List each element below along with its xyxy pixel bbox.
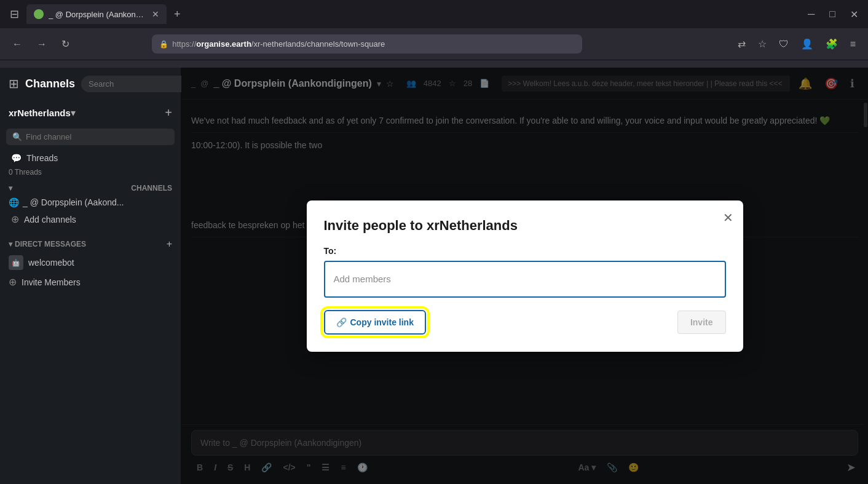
workspace-header[interactable]: xrNetherlands ▾ + bbox=[0, 100, 181, 126]
browser-active-tab[interactable]: _ @ Dorpsplein (Aankondigingen) ✕ bbox=[26, 4, 167, 24]
app-header-bar: ⊞ Channels ❓ @ 🔖 ⚙ N bbox=[0, 68, 181, 100]
maximize-button[interactable]: □ bbox=[824, 5, 840, 23]
channels-section-chevron: ▾ bbox=[9, 184, 12, 192]
add-channels-button[interactable]: ⊕ Add channels bbox=[2, 210, 178, 228]
bookmark-star-button[interactable]: ☆ bbox=[753, 34, 771, 54]
invite-button[interactable]: Invite bbox=[677, 311, 726, 334]
threads-count: 0 Threads bbox=[0, 167, 181, 179]
refresh-button[interactable]: ↻ bbox=[57, 34, 74, 54]
add-channels-label: Add channels bbox=[24, 215, 76, 224]
invite-members-label: Invite Members bbox=[22, 277, 81, 287]
sidebar: ⊞ Channels ❓ @ 🔖 ⚙ N xrNetherlands ▾ + 🔍… bbox=[0, 68, 181, 484]
tab-title: _ @ Dorpsplein (Aankondigingen) bbox=[49, 10, 147, 19]
new-dm-button[interactable]: + bbox=[167, 239, 172, 250]
modal-to-label: To: bbox=[324, 246, 726, 256]
browser-tabs: ⊟ _ @ Dorpsplein (Aankondigingen) ✕ + ─ … bbox=[0, 0, 868, 28]
sidebar-item-threads[interactable]: 💬 Threads bbox=[2, 150, 178, 166]
channel-item-name: _ @ Dorpsplein (Aakond... bbox=[23, 197, 124, 207]
invite-members-button[interactable]: ⊕ Invite Members bbox=[0, 273, 181, 291]
workspace-chevron: ▾ bbox=[71, 107, 76, 119]
welcomebot-avatar: 🤖 bbox=[9, 255, 23, 270]
grid-icon[interactable]: ⊞ bbox=[9, 76, 19, 91]
add-channels-icon: ⊕ bbox=[11, 213, 19, 225]
url-domain: organise.earth bbox=[196, 39, 251, 49]
main-content: _ @ _ @ Dorpsplein (Aankondigingen) ▾ ☆ … bbox=[181, 68, 868, 484]
dm-section-header[interactable]: ▾ DIRECT MESSAGES + bbox=[0, 234, 181, 252]
workspace-name: xrNetherlands bbox=[9, 108, 71, 118]
welcomebot-name: welcomebot bbox=[28, 258, 74, 268]
tab-favicon bbox=[34, 9, 44, 19]
address-bar[interactable]: 🔒 https://organise.earth/xr-netherlands/… bbox=[152, 34, 582, 54]
app-channels-label: Channels bbox=[25, 77, 75, 90]
dm-section-chevron: ▾ bbox=[9, 240, 12, 248]
firefox-shield-button[interactable]: 🛡 bbox=[774, 35, 794, 54]
modal-overlay[interactable]: Invite people to xrNetherlands ✕ To: 🔗 C… bbox=[181, 68, 868, 484]
url-protocol: https:// bbox=[172, 39, 196, 49]
search-icon: 🔍 bbox=[12, 132, 22, 141]
add-members-input[interactable] bbox=[324, 261, 726, 298]
dm-section-label: DIRECT MESSAGES bbox=[15, 240, 86, 248]
account-button[interactable]: 👤 bbox=[796, 34, 818, 54]
invite-modal: Invite people to xrNetherlands ✕ To: 🔗 C… bbox=[307, 200, 743, 352]
app-container: ⊞ Channels ❓ @ 🔖 ⚙ N xrNetherlands ▾ + 🔍… bbox=[0, 68, 868, 484]
copy-link-label: Copy invite link bbox=[350, 317, 414, 327]
channels-section-label: CHANNELS bbox=[131, 184, 172, 192]
extensions-button[interactable]: 🧩 bbox=[821, 34, 843, 54]
security-icon: 🔒 bbox=[159, 40, 168, 49]
copy-link-icon: 🔗 bbox=[336, 317, 347, 327]
browser-chrome: ⊟ _ @ Dorpsplein (Aankondigingen) ✕ + ─ … bbox=[0, 0, 868, 68]
modal-close-button[interactable]: ✕ bbox=[723, 210, 733, 225]
browser-sidebar-toggle[interactable]: ⊟ bbox=[5, 4, 24, 25]
new-tab-button[interactable]: + bbox=[169, 3, 186, 26]
modal-footer: 🔗 Copy invite link Invite bbox=[324, 310, 726, 335]
channel-globe-icon: 🌐 bbox=[9, 197, 19, 207]
find-channel-input[interactable] bbox=[26, 132, 168, 141]
menu-button[interactable]: ≡ bbox=[845, 35, 861, 54]
channels-section-header[interactable]: ▾ CHANNELS bbox=[0, 179, 181, 195]
tab-close-button[interactable]: ✕ bbox=[152, 9, 159, 19]
close-button[interactable]: ✕ bbox=[845, 5, 863, 24]
find-channel-search: 🔍 bbox=[6, 129, 175, 145]
modal-title: Invite people to xrNetherlands bbox=[324, 218, 726, 234]
channel-item-dorpsplein[interactable]: 🌐 _ @ Dorpsplein (Aakond... bbox=[0, 195, 181, 210]
nav-right-buttons: ⇄ ☆ 🛡 👤 🧩 ≡ bbox=[733, 34, 861, 54]
forward-button[interactable]: → bbox=[32, 35, 52, 54]
add-workspace-button[interactable]: + bbox=[165, 106, 172, 120]
url-display: https://organise.earth/xr-netherlands/ch… bbox=[172, 39, 385, 49]
threads-label: Threads bbox=[26, 153, 58, 163]
invite-members-icon: ⊕ bbox=[9, 276, 17, 288]
threads-icon: 💬 bbox=[11, 153, 22, 163]
back-button[interactable]: ← bbox=[7, 35, 27, 54]
browser-nav-bar: ← → ↻ 🔒 https://organise.earth/xr-nether… bbox=[0, 28, 868, 60]
copy-invite-link-button[interactable]: 🔗 Copy invite link bbox=[324, 310, 426, 335]
minimize-button[interactable]: ─ bbox=[803, 5, 819, 23]
url-path: /xr-netherlands/channels/town-square bbox=[251, 39, 385, 49]
dm-item-welcomebot[interactable]: 🤖 welcomebot bbox=[0, 252, 181, 273]
translate-button[interactable]: ⇄ bbox=[733, 34, 751, 54]
